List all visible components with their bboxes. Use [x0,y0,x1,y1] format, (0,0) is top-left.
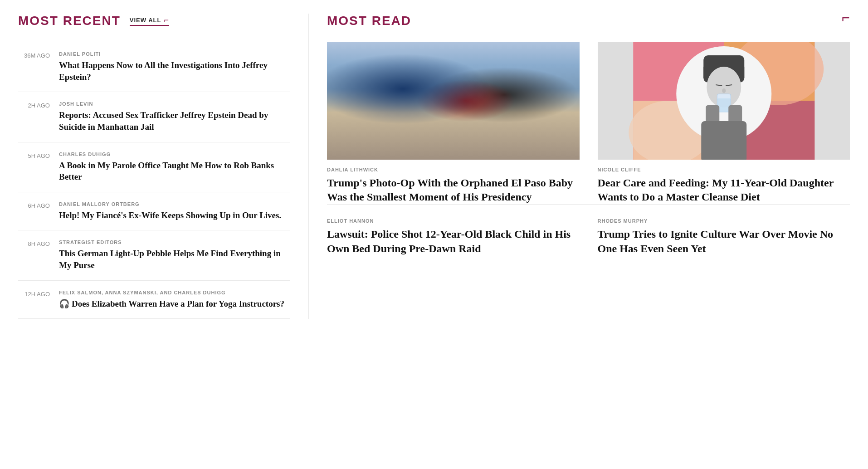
list-item: 5H AGO CHARLES DUHIGG A Book in My Parol… [18,142,290,192]
article-headline[interactable]: What Happens Now to All the Investigatio… [59,59,290,83]
most-recent-section: MOST RECENT VIEW ALL⌐ 36M AGO DANIEL POL… [18,14,308,319]
recent-item-content: CHARLES DUHIGG A Book in My Parole Offic… [59,151,290,183]
list-item: 12H AGO FELIX SALMON, ANNA SZYMANSKI, AN… [18,281,290,319]
time-ago: 8H AGO [18,239,50,271]
time-ago: 2H AGO [18,101,50,132]
article-headline[interactable]: Help! My Fiancé's Ex-Wife Keeps Showing … [59,210,290,221]
trump-photo-image [327,42,580,160]
svg-point-30 [722,88,726,93]
most-read-author: DAHLIA LITHWICK [327,167,580,172]
svg-point-11 [501,63,523,86]
most-read-bottom-grid: ELLIOT HANNON Lawsuit: Police Shot 12-Ye… [327,218,850,255]
recent-item-content: DANIEL POLITI What Happens Now to All th… [59,51,290,83]
recent-items-list: 36M AGO DANIEL POLITI What Happens Now t… [18,42,290,319]
bottom-article-headline[interactable]: Trump Tries to Ignite Culture War Over M… [598,227,850,255]
trump-photo-svg [327,42,580,160]
most-read-article: NICOLE CLIFFE Dear Care and Feeding: My … [598,42,850,204]
nicole-illustration-svg [598,42,850,160]
article-author: JOSH LEVIN [59,101,290,107]
svg-rect-16 [517,55,544,64]
svg-rect-6 [426,83,435,119]
svg-point-5 [417,49,444,76]
svg-rect-0 [362,42,544,160]
view-all-bracket-icon: ⌐ [164,16,169,24]
most-read-headline[interactable]: Dear Care and Feeding: My 11-Year-Old Da… [598,176,850,204]
svg-rect-7 [458,78,487,155]
time-ago: 6H AGO [18,201,50,221]
svg-rect-13 [362,42,374,46]
view-all-link[interactable]: VIEW ALL⌐ [130,16,169,26]
bottom-article-headline[interactable]: Lawsuit: Police Shot 12-Year-Old Black C… [327,227,580,255]
time-ago: 36M AGO [18,51,50,83]
podcast-icon: 🎧 [59,298,70,310]
svg-rect-17 [494,67,521,76]
view-all-label: VIEW ALL [130,17,161,24]
article-headline[interactable]: A Book in My Parole Office Taught Me How… [59,160,290,183]
most-read-header: MOST READ ⌐ [327,14,850,28]
svg-rect-4 [412,69,449,151]
most-read-article: RHODES MURPHY Trump Tries to Ignite Cult… [598,218,850,255]
time-ago: 5H AGO [18,151,50,183]
article-author: STRATEGIST EDITORS [59,239,290,245]
article-headline[interactable]: Reports: Accused Sex Trafficker Jeffrey … [59,109,290,132]
recent-item-content: FELIX SALMON, ANNA SZYMANSKI, AND CHARLE… [59,290,290,310]
article-image [598,42,850,160]
most-read-author: NICOLE CLIFFE [598,167,850,172]
svg-rect-35 [701,121,746,160]
svg-rect-1 [362,42,544,160]
svg-point-8 [461,60,483,83]
most-read-title: MOST READ [327,14,411,28]
svg-rect-2 [376,78,403,151]
article-image [327,42,580,160]
svg-point-9 [458,93,475,109]
most-read-article: DAHLIA LITHWICK Trump's Photo-Op With th… [327,42,580,204]
most-recent-header: MOST RECENT VIEW ALL⌐ [18,14,290,28]
recent-item-content: STRATEGIST EDITORS This German Light-Up … [59,239,290,271]
bottom-article-author: RHODES MURPHY [598,218,850,224]
article-author: CHARLES DUHIGG [59,151,290,157]
time-ago: 12H AGO [18,290,50,310]
most-read-section: MOST READ ⌐ [308,14,850,319]
svg-rect-10 [496,83,528,155]
recent-item-content: JOSH LEVIN Reports: Accused Sex Traffick… [59,101,290,132]
article-author: DANIEL POLITI [59,51,290,57]
corner-bracket-icon: ⌐ [842,10,850,25]
article-headline[interactable]: 🎧 Does Elizabeth Warren Have a Plan for … [59,298,290,310]
most-read-article: ELLIOT HANNON Lawsuit: Police Shot 12-Ye… [327,218,580,255]
svg-rect-12 [362,42,374,132]
most-read-top-grid: DAHLIA LITHWICK Trump's Photo-Op With th… [327,42,850,204]
bottom-article-author: ELLIOT HANNON [327,218,580,224]
list-item: 8H AGO STRATEGIST EDITORS This German Li… [18,230,290,280]
list-item: 6H AGO DANIEL MALLORY ORTBERG Help! My F… [18,192,290,231]
recent-item-content: DANIEL MALLORY ORTBERG Help! My Fiancé's… [59,201,290,221]
svg-rect-14 [362,51,374,55]
list-item: 2H AGO JOSH LEVIN Reports: Accused Sex T… [18,92,290,142]
article-author: FELIX SALMON, ANNA SZYMANSKI, AND CHARLE… [59,290,290,295]
article-author: DANIEL MALLORY ORTBERG [59,201,290,207]
most-read-headline[interactable]: Trump's Photo-Op With the Orphaned El Pa… [327,176,580,204]
most-recent-title: MOST RECENT [18,14,121,28]
list-item: 36M AGO DANIEL POLITI What Happens Now t… [18,42,290,92]
most-read-bottom: ELLIOT HANNON Lawsuit: Police Shot 12-Ye… [327,204,850,255]
svg-rect-15 [362,60,374,64]
article-headline[interactable]: This German Light-Up Pebble Helps Me Fin… [59,248,290,271]
svg-point-3 [378,60,401,83]
